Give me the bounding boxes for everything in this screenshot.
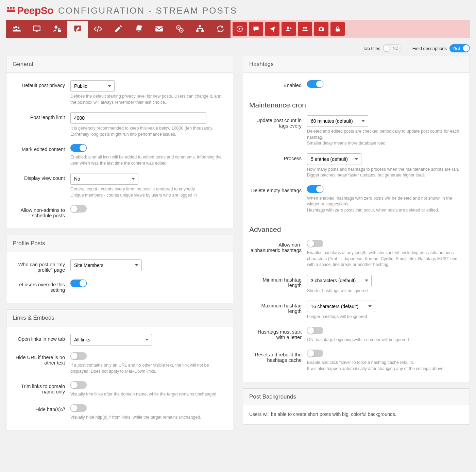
post-length-label: Post length limit xyxy=(13,112,70,137)
hint: Defines the default starting privacy lev… xyxy=(70,94,227,105)
panel-hashtags: Hashtags Enabled Maintenance cron Update… xyxy=(243,56,470,382)
nav-mail-icon[interactable] xyxy=(149,20,169,38)
panel-profile-posts: Profile Posts Who can post on "my profil… xyxy=(6,235,233,303)
nav-stream-posts-icon[interactable] xyxy=(67,20,88,38)
reset-toggle[interactable] xyxy=(307,350,323,357)
backgrounds-intro: Users will be able to create short posts… xyxy=(249,410,463,418)
svg-point-1 xyxy=(10,7,12,9)
nav-sitemap-icon[interactable] xyxy=(190,20,210,38)
hint: Shorter hashtags will be ignored xyxy=(307,288,463,294)
update-every-label: Update post count in tags every xyxy=(249,115,307,147)
mark-edited-label: Mark edited content xyxy=(13,144,70,166)
who-can-post-select[interactable]: Site Members xyxy=(70,259,142,271)
page-header: PeepSo Configuration - Stream Posts xyxy=(6,0,470,20)
mark-edited-toggle[interactable] xyxy=(70,144,87,152)
panel-title: General xyxy=(6,56,233,73)
nav-user-lock-icon[interactable] xyxy=(47,20,67,38)
hint: Enables hashtags of any length, with any… xyxy=(307,250,463,268)
nav-video-icon[interactable] xyxy=(233,22,247,36)
tab-titles-toggle[interactable]: NO xyxy=(383,44,402,52)
svg-rect-6 xyxy=(33,26,40,31)
update-every-select[interactable]: 60 minutes (default) xyxy=(307,115,368,127)
hint: Visually trim links after the domain nam… xyxy=(70,391,227,398)
tab-titles-label: Tab titles xyxy=(363,46,380,51)
svg-point-20 xyxy=(303,27,305,29)
nav-camera-icon[interactable] xyxy=(314,22,328,36)
allow-schedule-label: Allow non-admins to schedule posts xyxy=(13,205,70,218)
trim-links-toggle[interactable] xyxy=(70,381,87,389)
svg-rect-15 xyxy=(199,25,201,27)
reset-label: Reset and rebuild the hashtags cache xyxy=(249,350,307,372)
hide-proto-label: Hide http(s):// xyxy=(13,404,70,421)
default-privacy-select[interactable]: Public xyxy=(70,80,115,92)
panel-title: Profile Posts xyxy=(6,235,233,252)
panel-general: General Default post privacy Public Defi… xyxy=(6,56,233,229)
svg-point-0 xyxy=(7,7,9,9)
nav-group-icon[interactable] xyxy=(298,22,312,36)
override-toggle[interactable] xyxy=(70,280,87,287)
svg-rect-8 xyxy=(58,30,61,32)
view-count-select[interactable]: No xyxy=(70,173,138,185)
field-descriptions-label: Field descriptions xyxy=(412,46,447,51)
hint: Visually hide http(s):// from links, whi… xyxy=(70,415,227,421)
nav-send-icon[interactable] xyxy=(265,22,279,36)
default-privacy-label: Default post privacy xyxy=(13,80,70,105)
maintenance-title: Maintenance cron xyxy=(249,93,463,113)
min-len-select[interactable]: 3 characters (default) xyxy=(307,275,372,286)
field-descriptions-toggle[interactable]: YES xyxy=(449,44,470,52)
hint: How many posts and hashtags to process w… xyxy=(307,167,463,179)
nav-code-icon[interactable] xyxy=(88,20,108,38)
delete-empty-toggle[interactable] xyxy=(307,185,323,193)
nav-edit-icon[interactable] xyxy=(108,20,129,38)
who-can-post-label: Who can post on "my profile" page xyxy=(13,259,70,273)
enabled-toggle[interactable] xyxy=(307,80,323,88)
hide-url-label: Hide URL if there is no other text xyxy=(13,352,70,374)
svg-rect-5 xyxy=(12,10,15,12)
nav-lock-icon[interactable] xyxy=(330,22,345,36)
svg-rect-4 xyxy=(10,10,12,12)
nav-primary xyxy=(6,20,231,38)
allow-schedule-toggle[interactable] xyxy=(70,205,87,213)
logo: PeepSo xyxy=(6,5,53,16)
post-length-input[interactable] xyxy=(70,112,206,124)
enabled-label: Enabled xyxy=(249,80,307,89)
hint: Enabled: a small icon will be added to e… xyxy=(70,154,227,166)
svg-point-19 xyxy=(287,27,289,29)
panel-title: Hashtags xyxy=(243,56,470,73)
open-new-tab-label: Open links in new tab xyxy=(13,334,70,345)
svg-point-2 xyxy=(13,7,15,9)
svg-point-12 xyxy=(178,27,179,28)
start-letter-label: Hashtags must start with a letter xyxy=(249,327,307,343)
override-label: Let users override this setting xyxy=(13,280,70,293)
start-letter-toggle[interactable] xyxy=(307,327,323,334)
nav-chat-icon[interactable] xyxy=(249,22,263,36)
svg-rect-24 xyxy=(336,29,340,31)
advanced-title: Advanced xyxy=(249,217,463,237)
svg-point-14 xyxy=(181,30,182,31)
nav-user-plus-icon[interactable] xyxy=(282,22,296,36)
delete-empty-label: Delete empty hashtags xyxy=(249,185,307,214)
open-new-tab-select[interactable]: All links xyxy=(70,334,152,345)
non-alpha-toggle[interactable] xyxy=(307,240,323,247)
nav-refresh-icon[interactable] xyxy=(210,20,231,38)
hide-url-toggle[interactable] xyxy=(70,352,87,360)
max-len-select[interactable]: 16 characters (default) xyxy=(307,301,375,312)
hint: Enable and click "save" to force a hasht… xyxy=(307,360,463,372)
trim-links-label: Trim links to domain name only xyxy=(13,381,70,398)
nav-notifications-icon[interactable] xyxy=(129,20,149,38)
nav-settings-icon[interactable] xyxy=(169,20,190,38)
hint: General count - counts every time the po… xyxy=(70,186,227,198)
svg-rect-10 xyxy=(155,26,163,31)
svg-point-9 xyxy=(139,26,142,28)
hide-proto-toggle[interactable] xyxy=(70,404,87,412)
process-select[interactable]: 5 entries (default) xyxy=(307,153,361,165)
hint: Longer hashtags will be ignored xyxy=(307,314,463,320)
nav-members-icon[interactable] xyxy=(6,20,27,38)
svg-point-21 xyxy=(305,27,307,29)
top-toggles: Tab titles NO Field descriptions YES xyxy=(6,38,470,56)
min-len-label: Minimum hashtag length xyxy=(249,275,307,294)
nav-appearance-icon[interactable] xyxy=(27,20,47,38)
non-alpha-label: Allow non-alphanumeric hashtags xyxy=(249,240,307,268)
svg-point-7 xyxy=(54,26,57,29)
top-nav xyxy=(6,20,470,38)
